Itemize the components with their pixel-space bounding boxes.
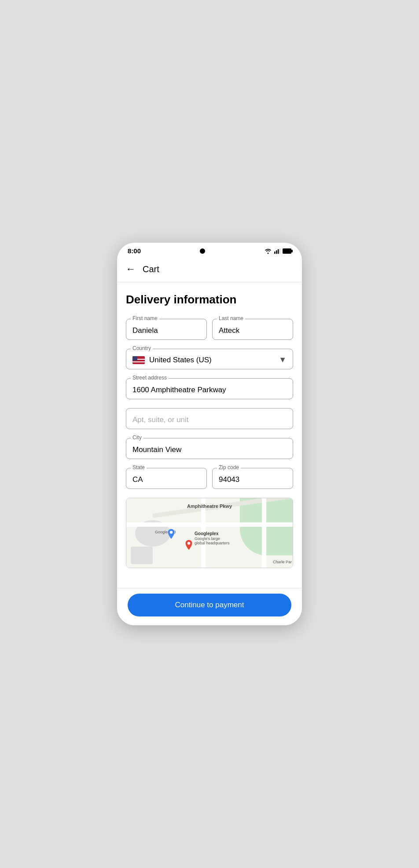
last-name-label: Last name [217,315,245,321]
apt-field[interactable]: Apt, suite, or unit [126,408,293,429]
wifi-icon [264,248,272,254]
map-charle-label: Charle Par [273,560,292,564]
svg-rect-3 [279,248,280,253]
nav-title: Cart [143,264,159,274]
map-road-vertical2 [262,498,266,568]
state-label: State [131,464,147,470]
map-green-area [240,498,293,555]
map-plex-sub: Google's large [195,536,220,541]
map-plex-label: Googleplex [195,531,218,536]
first-name-field[interactable]: First name Daniela [126,319,207,340]
state-field[interactable]: State CA [126,468,207,489]
country-value: United States (US) [149,356,212,365]
map-pin-red-icon [184,540,194,555]
map-gray-area2 [131,547,153,564]
map-road-label: Amphitheatre Pkwy [187,503,232,509]
status-bar: 8:00 [117,243,302,257]
zip-label: Zip code [217,464,241,470]
back-button[interactable]: ← [124,262,137,277]
street-label: Street address [131,375,169,381]
zip-field[interactable]: Zip code 94043 [212,468,293,489]
top-nav: ← Cart [117,257,302,282]
status-time: 8:00 [128,247,141,255]
country-field[interactable]: Country United States (US) ▼ [126,349,293,369]
first-name-label: First name [131,315,159,321]
zip-value: 94043 [219,475,287,484]
page-title: Delivery information [126,293,293,306]
continue-payment-button[interactable]: Continue to payment [128,594,291,616]
svg-point-5 [187,542,191,545]
battery-icon [283,248,291,254]
us-flag-icon [132,356,145,364]
first-name-value: Daniela [132,326,200,335]
city-field[interactable]: City Mountain View [126,438,293,459]
country-left: United States (US) [132,356,212,365]
state-value: CA [132,475,200,484]
camera-dot [200,248,205,254]
back-arrow-icon: ← [126,263,136,275]
phone-frame: 8:00 ← Cart Delivery [117,243,302,625]
street-address-field[interactable]: Street address 1600 Amphitheatre Parkway [126,378,293,399]
map-container: Amphitheatre Pkwy Google B40 Googleplex … [126,498,293,568]
chevron-down-icon: ▼ [279,355,287,365]
last-name-value: Atteck [219,326,287,335]
map-background: Amphitheatre Pkwy Google B40 Googleplex … [126,498,293,568]
map-plex-sub2: global headquarters [195,541,230,545]
signal-icon [274,248,280,254]
map-road-horizontal [126,522,293,527]
svg-rect-2 [278,249,279,254]
svg-point-4 [170,531,173,534]
street-value: 1600 Amphitheatre Parkway [132,386,287,394]
state-zip-row: State CA Zip code 94043 [126,468,293,489]
svg-rect-0 [274,251,276,253]
country-content: United States (US) ▼ [132,355,287,365]
country-label: Country [131,345,153,351]
city-label: City [131,434,143,441]
city-value: Mountain View [132,445,287,454]
bottom-bar: Continue to payment [117,588,302,625]
svg-rect-1 [276,250,277,254]
name-row: First name Daniela Last name Atteck [126,319,293,340]
status-icons [264,248,291,254]
scroll-content: Delivery information First name Daniela … [117,282,302,625]
map-pin-blue-icon [166,529,176,544]
last-name-field[interactable]: Last name Atteck [212,319,293,340]
apt-placeholder: Apt, suite, or unit [132,416,287,424]
